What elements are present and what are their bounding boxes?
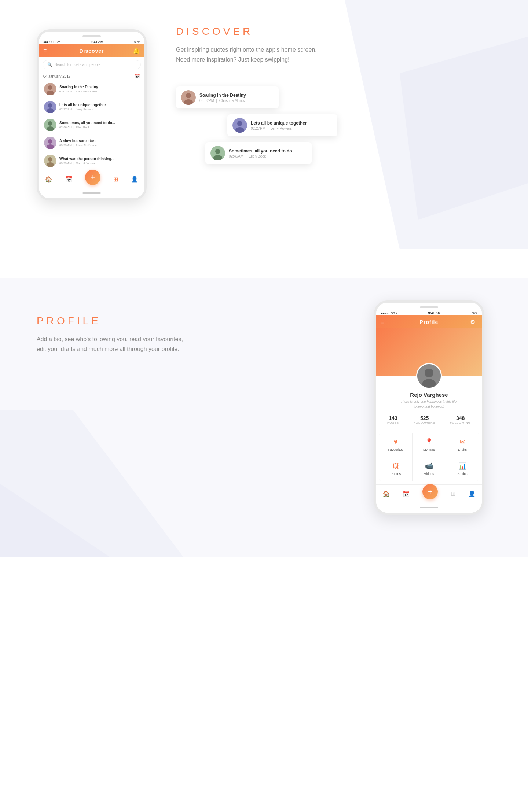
discover-desc-2: Need more inspiration? Just keep swippin… xyxy=(176,55,330,64)
svg-point-21 xyxy=(237,121,242,126)
videos-icon: 📹 xyxy=(425,462,433,470)
profile-gear-icon[interactable]: ⚙ xyxy=(470,318,477,325)
grid-mymap-label: My Map xyxy=(423,448,435,451)
stat-following: 348 FOLLOWING xyxy=(450,415,471,424)
spacer xyxy=(0,249,528,278)
post-meta-3: 02:46 AM | Ellen Beck xyxy=(59,126,139,129)
avatar-3 xyxy=(44,119,56,131)
battery: 58% xyxy=(134,40,140,44)
float-meta-3: 02:46AM | Ellen Beck xyxy=(229,154,296,158)
stat-posts-label: POSTS xyxy=(387,421,399,424)
post-meta-5: 09:29 AM | Garrett Jordan xyxy=(59,162,139,165)
profile-phone-wrapper: ●●●○○ GS ▾ 9:41 AM 58% ≡ Profile ⚙ xyxy=(367,300,491,515)
post-info-1: Soaring in the Destiny 03:02 PM | Christ… xyxy=(59,85,139,93)
status-bar-left: ●●●○○ GS ▾ xyxy=(43,40,60,44)
phone-top-bar xyxy=(39,32,144,39)
profile-battery: 58% xyxy=(472,311,477,315)
post-item-3[interactable]: Sometimes, all you need to do... 02:46 A… xyxy=(42,116,142,134)
search-bar-discover[interactable]: 🔍 Search for posts and people xyxy=(43,60,141,69)
float-card-info-3: Sometimes, all you need to do... 02:46AM… xyxy=(229,148,296,158)
float-card-3: Sometimes, all you need to do... 02:46AM… xyxy=(205,142,312,164)
app-header-discover: ≡ Discover 🔔 xyxy=(39,44,144,57)
post-title-3: Sometimes, all you need to do... xyxy=(59,121,139,125)
profile-fab-button[interactable]: + xyxy=(422,484,438,499)
stat-followers-num: 525 xyxy=(414,415,435,421)
profile-header-title: Profile xyxy=(388,319,470,325)
stat-followers-label: FOLLOWERS xyxy=(414,421,435,424)
discover-title: DISCOVER xyxy=(176,26,491,37)
stat-followers: 525 FOLLOWERS xyxy=(414,415,435,424)
float-card-1: Soaring in the Destiny 03:02PM | Christi… xyxy=(176,86,279,108)
post-info-2: Lets all be unique together 02:27 PM | J… xyxy=(59,103,139,111)
calendar-nav-icon[interactable]: 📅 xyxy=(65,176,73,183)
grid-photos[interactable]: 🖼 Photos xyxy=(379,457,412,481)
grid-mymap[interactable]: 📍 My Map xyxy=(412,433,445,457)
float-meta-2: 02:27PM | Jerry Powers xyxy=(251,126,307,130)
profile-grid: ♥ Favourites 📍 My Map ✉ Drafts 🖼 Photos … xyxy=(379,433,479,481)
avatar-4 xyxy=(44,137,56,149)
post-meta-2: 02:27 PM | Jerry Powers xyxy=(59,108,139,111)
bottom-nav-profile: 🏠 📅 + ⊞ 👤 xyxy=(376,484,482,502)
float-card-info-1: Soaring in the Destiny 03:02PM | Christi… xyxy=(199,93,246,103)
calendar-icon[interactable]: 📅 xyxy=(135,74,140,79)
profile-text-section: PROFILE Add a bio, see who's following y… xyxy=(37,300,367,354)
app-header-profile: ≡ Profile ⚙ xyxy=(376,315,482,328)
grid-favourites[interactable]: ♥ Favourites xyxy=(379,433,412,457)
stat-posts: 143 POSTS xyxy=(387,415,399,424)
fab-button[interactable]: + xyxy=(85,170,100,185)
profile-calendar-nav-icon[interactable]: 📅 xyxy=(403,490,410,497)
bell-icon[interactable]: 🔔 xyxy=(133,47,140,54)
post-item-4[interactable]: A slow but sure start. 09:29 AM | Adele … xyxy=(42,134,142,152)
post-meta-1: 03:02 PM | Christina Munoz xyxy=(59,90,139,93)
menu-icon[interactable]: ≡ xyxy=(43,48,51,54)
home-bar xyxy=(82,192,101,194)
grid-drafts-label: Drafts xyxy=(458,448,467,451)
svg-point-30 xyxy=(422,379,436,388)
svg-point-18 xyxy=(186,93,191,98)
carrier: GS ▾ xyxy=(53,40,60,44)
float-avatar-2 xyxy=(232,118,247,133)
profile-name: Rejo Varghese xyxy=(376,392,482,398)
statics-icon: 📊 xyxy=(458,462,466,470)
grid-drafts[interactable]: ✉ Drafts xyxy=(446,433,479,457)
phone-speaker xyxy=(82,35,101,37)
profile-phone: ●●●○○ GS ▾ 9:41 AM 58% ≡ Profile ⚙ xyxy=(374,300,484,515)
profile-stats: 143 POSTS 525 FOLLOWERS 348 FOLLOWING xyxy=(376,411,482,429)
grid-videos[interactable]: 📹 Videos xyxy=(412,457,445,481)
profile-home-nav-icon[interactable]: 🏠 xyxy=(382,490,390,497)
svg-point-6 xyxy=(48,103,52,108)
avatar-5 xyxy=(44,155,56,167)
status-bar-right: 58% xyxy=(134,40,140,44)
svg-point-9 xyxy=(48,121,52,126)
post-item-5[interactable]: What was the person thinking... 09:29 AM… xyxy=(42,152,142,170)
post-item-2[interactable]: Lets all be unique together 02:27 PM | J… xyxy=(42,98,142,116)
grid-videos-label: Videos xyxy=(424,472,434,476)
status-bar-discover: ●●●○○ GS ▾ 9:41 AM 58% xyxy=(39,39,144,44)
avatar-2 xyxy=(44,101,56,113)
grid-statics[interactable]: 📊 Statics xyxy=(446,457,479,481)
float-meta-1: 03:02PM | Christina Munoz xyxy=(199,99,246,103)
discover-phone: ●●●○○ GS ▾ 9:41 AM 58% ≡ Discover 🔔 🔍 Se… xyxy=(37,29,147,200)
post-title-1: Soaring in the Destiny xyxy=(59,85,139,89)
svg-point-3 xyxy=(48,85,52,90)
post-meta-4: 09:29 AM | Adele McKenzie xyxy=(59,144,139,147)
floating-cards-container: Soaring in the Destiny 03:02PM | Christi… xyxy=(176,86,491,164)
profile-person-nav-icon[interactable]: 👤 xyxy=(468,490,476,497)
svg-point-24 xyxy=(215,149,220,154)
profile-bio: There is only one happiness in this life… xyxy=(376,398,482,411)
float-avatar-1 xyxy=(181,90,196,105)
float-card-2: Lets all be unique together 02:27PM | Je… xyxy=(227,114,337,136)
profile-home-indicator xyxy=(376,502,482,513)
profile-avatar xyxy=(416,363,442,389)
profile-phone-topbar xyxy=(376,303,482,310)
photos-icon: 🖼 xyxy=(392,462,399,470)
date-label: 04 January 2017 xyxy=(43,74,71,78)
profile-grid-nav-icon[interactable]: ⊞ xyxy=(451,490,455,497)
home-nav-icon[interactable]: 🏠 xyxy=(45,176,52,183)
post-item-1[interactable]: Soaring in the Destiny 03:02 PM | Christ… xyxy=(42,80,142,98)
grid-nav-icon[interactable]: ⊞ xyxy=(113,176,118,183)
profile-menu-icon[interactable]: ≡ xyxy=(381,319,388,325)
profile-speaker xyxy=(420,306,438,308)
post-title-5: What was the person thinking... xyxy=(59,157,139,161)
person-nav-icon[interactable]: 👤 xyxy=(131,176,138,183)
